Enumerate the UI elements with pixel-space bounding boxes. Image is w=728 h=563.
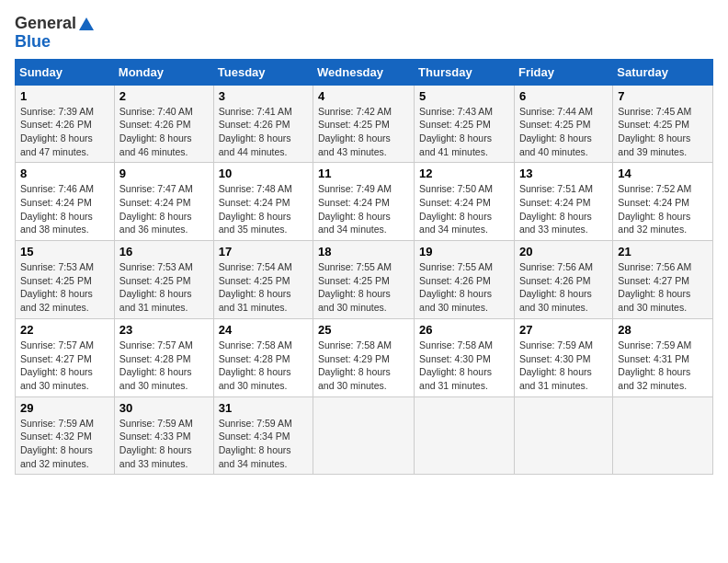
day-info: Sunrise: 7:50 AM Sunset: 4:24 PM Dayligh…	[419, 182, 509, 236]
day-info: Sunrise: 7:39 AM Sunset: 4:26 PM Dayligh…	[20, 105, 109, 159]
calendar-week-row: 29 Sunrise: 7:59 AM Sunset: 4:32 PM Dayl…	[16, 396, 713, 475]
calendar-cell: 29 Sunrise: 7:59 AM Sunset: 4:32 PM Dayl…	[16, 396, 115, 475]
calendar-cell: 19 Sunrise: 7:55 AM Sunset: 4:26 PM Dayl…	[415, 241, 515, 319]
day-number: 5	[419, 89, 509, 103]
calendar-cell: 6 Sunrise: 7:44 AM Sunset: 4:25 PM Dayli…	[514, 85, 612, 163]
day-info: Sunrise: 7:56 AM Sunset: 4:27 PM Dayligh…	[618, 260, 708, 315]
calendar-cell: 20 Sunrise: 7:56 AM Sunset: 4:26 PM Dayl…	[514, 241, 612, 319]
day-info: Sunrise: 7:52 AM Sunset: 4:24 PM Dayligh…	[618, 182, 708, 236]
logo: General Blue	[15, 15, 95, 52]
day-number: 19	[419, 245, 509, 259]
day-number: 17	[219, 245, 308, 259]
day-info: Sunrise: 7:59 AM Sunset: 4:32 PM Dayligh…	[20, 417, 109, 471]
day-number: 22	[20, 323, 109, 337]
day-info: Sunrise: 7:48 AM Sunset: 4:24 PM Dayligh…	[219, 182, 308, 236]
weekday-header-friday: Friday	[514, 59, 612, 85]
day-info: Sunrise: 7:47 AM Sunset: 4:24 PM Dayligh…	[119, 182, 209, 236]
calendar-cell: 31 Sunrise: 7:59 AM Sunset: 4:34 PM Dayl…	[213, 396, 313, 475]
day-number: 24	[219, 323, 308, 337]
calendar-cell: 25 Sunrise: 7:58 AM Sunset: 4:29 PM Dayl…	[313, 318, 415, 396]
calendar-cell: 1 Sunrise: 7:39 AM Sunset: 4:26 PM Dayli…	[16, 85, 115, 163]
calendar-cell: 5 Sunrise: 7:43 AM Sunset: 4:25 PM Dayli…	[415, 85, 515, 163]
calendar-cell: 7 Sunrise: 7:45 AM Sunset: 4:25 PM Dayli…	[613, 85, 713, 163]
calendar-cell: 23 Sunrise: 7:57 AM Sunset: 4:28 PM Dayl…	[114, 318, 213, 396]
calendar-cell: 11 Sunrise: 7:49 AM Sunset: 4:24 PM Dayl…	[313, 163, 415, 241]
calendar-cell	[613, 396, 713, 475]
calendar-cell: 28 Sunrise: 7:59 AM Sunset: 4:31 PM Dayl…	[613, 318, 713, 396]
logo-icon	[78, 16, 95, 32]
day-info: Sunrise: 7:42 AM Sunset: 4:25 PM Dayligh…	[318, 105, 409, 159]
day-info: Sunrise: 7:57 AM Sunset: 4:28 PM Dayligh…	[119, 339, 209, 393]
day-info: Sunrise: 7:59 AM Sunset: 4:34 PM Dayligh…	[219, 417, 308, 471]
day-number: 20	[519, 245, 608, 259]
calendar-cell: 9 Sunrise: 7:47 AM Sunset: 4:24 PM Dayli…	[114, 163, 213, 241]
calendar-week-row: 15 Sunrise: 7:53 AM Sunset: 4:25 PM Dayl…	[16, 241, 713, 319]
day-number: 28	[618, 323, 708, 337]
day-number: 10	[219, 167, 308, 180]
day-number: 30	[119, 401, 209, 415]
calendar-cell: 3 Sunrise: 7:41 AM Sunset: 4:26 PM Dayli…	[213, 85, 313, 163]
page-header: General Blue	[15, 15, 713, 52]
day-info: Sunrise: 7:44 AM Sunset: 4:25 PM Dayligh…	[519, 105, 608, 159]
day-number: 13	[519, 167, 608, 180]
weekday-header-thursday: Thursday	[415, 59, 515, 85]
day-info: Sunrise: 7:43 AM Sunset: 4:25 PM Dayligh…	[419, 105, 509, 159]
weekday-header-tuesday: Tuesday	[213, 59, 313, 85]
day-number: 26	[419, 323, 509, 337]
calendar-cell: 4 Sunrise: 7:42 AM Sunset: 4:25 PM Dayli…	[313, 85, 415, 163]
calendar-cell: 22 Sunrise: 7:57 AM Sunset: 4:27 PM Dayl…	[16, 318, 115, 396]
calendar-cell: 24 Sunrise: 7:58 AM Sunset: 4:28 PM Dayl…	[213, 318, 313, 396]
day-info: Sunrise: 7:58 AM Sunset: 4:28 PM Dayligh…	[219, 339, 308, 393]
weekday-header-sunday: Sunday	[16, 59, 115, 85]
calendar-cell: 14 Sunrise: 7:52 AM Sunset: 4:24 PM Dayl…	[613, 163, 713, 241]
day-number: 31	[219, 401, 308, 415]
day-number: 4	[318, 89, 409, 103]
calendar-header-row: SundayMondayTuesdayWednesdayThursdayFrid…	[16, 59, 713, 85]
calendar-cell	[514, 396, 612, 475]
day-number: 27	[519, 323, 608, 337]
day-number: 23	[119, 323, 209, 337]
day-number: 25	[318, 323, 409, 337]
calendar-cell: 8 Sunrise: 7:46 AM Sunset: 4:24 PM Dayli…	[16, 163, 115, 241]
calendar-cell: 15 Sunrise: 7:53 AM Sunset: 4:25 PM Dayl…	[16, 241, 115, 319]
calendar-cell: 30 Sunrise: 7:59 AM Sunset: 4:33 PM Dayl…	[114, 396, 213, 475]
day-info: Sunrise: 7:40 AM Sunset: 4:26 PM Dayligh…	[119, 105, 209, 159]
day-info: Sunrise: 7:59 AM Sunset: 4:33 PM Dayligh…	[119, 417, 209, 471]
day-number: 21	[618, 245, 708, 259]
day-number: 11	[318, 167, 409, 180]
calendar-cell	[415, 396, 515, 475]
calendar-cell: 2 Sunrise: 7:40 AM Sunset: 4:26 PM Dayli…	[114, 85, 213, 163]
calendar-week-row: 22 Sunrise: 7:57 AM Sunset: 4:27 PM Dayl…	[16, 318, 713, 396]
logo-blue-text: Blue	[15, 33, 51, 52]
day-number: 6	[519, 89, 608, 103]
day-info: Sunrise: 7:41 AM Sunset: 4:26 PM Dayligh…	[219, 105, 308, 159]
day-info: Sunrise: 7:46 AM Sunset: 4:24 PM Dayligh…	[20, 182, 109, 236]
day-number: 7	[618, 89, 708, 103]
calendar-cell: 21 Sunrise: 7:56 AM Sunset: 4:27 PM Dayl…	[613, 241, 713, 319]
calendar-cell: 16 Sunrise: 7:53 AM Sunset: 4:25 PM Dayl…	[114, 241, 213, 319]
day-info: Sunrise: 7:55 AM Sunset: 4:25 PM Dayligh…	[318, 260, 409, 315]
day-info: Sunrise: 7:49 AM Sunset: 4:24 PM Dayligh…	[318, 182, 409, 236]
weekday-header-monday: Monday	[114, 59, 213, 85]
calendar-cell: 12 Sunrise: 7:50 AM Sunset: 4:24 PM Dayl…	[415, 163, 515, 241]
day-number: 8	[20, 167, 109, 180]
day-number: 29	[20, 401, 109, 415]
calendar-cell	[313, 396, 415, 475]
day-info: Sunrise: 7:57 AM Sunset: 4:27 PM Dayligh…	[20, 339, 109, 393]
day-info: Sunrise: 7:55 AM Sunset: 4:26 PM Dayligh…	[419, 260, 509, 315]
calendar-cell: 10 Sunrise: 7:48 AM Sunset: 4:24 PM Dayl…	[213, 163, 313, 241]
calendar-week-row: 8 Sunrise: 7:46 AM Sunset: 4:24 PM Dayli…	[16, 163, 713, 241]
day-info: Sunrise: 7:53 AM Sunset: 4:25 PM Dayligh…	[20, 260, 109, 315]
day-number: 14	[618, 167, 708, 180]
calendar-cell: 26 Sunrise: 7:58 AM Sunset: 4:30 PM Dayl…	[415, 318, 515, 396]
day-number: 16	[119, 245, 209, 259]
calendar-cell: 18 Sunrise: 7:55 AM Sunset: 4:25 PM Dayl…	[313, 241, 415, 319]
day-info: Sunrise: 7:53 AM Sunset: 4:25 PM Dayligh…	[119, 260, 209, 315]
calendar-cell: 13 Sunrise: 7:51 AM Sunset: 4:24 PM Dayl…	[514, 163, 612, 241]
day-info: Sunrise: 7:58 AM Sunset: 4:30 PM Dayligh…	[419, 339, 509, 393]
day-info: Sunrise: 7:59 AM Sunset: 4:30 PM Dayligh…	[519, 339, 608, 393]
day-number: 15	[20, 245, 109, 259]
day-number: 12	[419, 167, 509, 180]
day-info: Sunrise: 7:45 AM Sunset: 4:25 PM Dayligh…	[618, 105, 708, 159]
calendar-cell: 27 Sunrise: 7:59 AM Sunset: 4:30 PM Dayl…	[514, 318, 612, 396]
